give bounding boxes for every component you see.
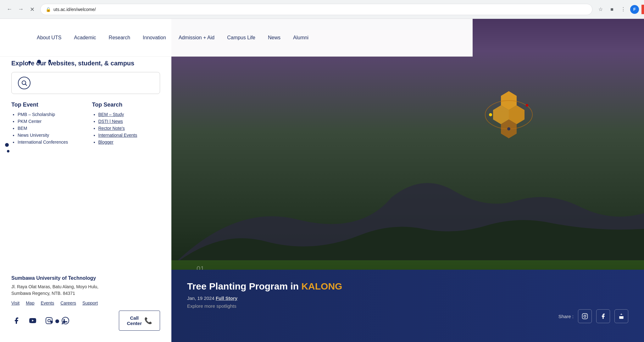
dot-2 <box>37 60 41 63</box>
top-event-section: Top Event PMB – Scholarship PKM Center B… <box>11 102 80 145</box>
top-event-title: Top Event <box>11 102 80 108</box>
svg-point-12 <box>526 104 528 107</box>
event-item-4: News University <box>18 133 80 138</box>
top-search-section: Top Search BEM – Study DSTI | News Recto… <box>92 102 160 145</box>
share-instagram-button[interactable] <box>578 309 592 323</box>
svg-point-4 <box>48 319 50 322</box>
caption-title-plain: Tree Planting Program in <box>187 281 301 291</box>
event-item-3: BEM <box>18 126 80 131</box>
menu-button[interactable]: ⋮ <box>619 5 628 14</box>
right-panel: 01 Tree Planting Program in KALONG Jan, … <box>171 19 644 342</box>
dot-3 <box>48 60 51 62</box>
call-center-label: CallCenter <box>127 315 142 326</box>
caption-title: Tree Planting Program in KALONG <box>187 281 628 292</box>
svg-point-13 <box>507 127 510 130</box>
footer-section: Sumbawa University of Technology Jl. Ray… <box>11 275 160 331</box>
dot-left-1 <box>5 143 9 147</box>
footer-visit[interactable]: Visit <box>11 301 19 306</box>
left-panel: Explore our websites, student, & campus … <box>0 19 171 342</box>
profile-button[interactable]: F <box>630 5 639 14</box>
top-search-title: Top Search <box>92 102 160 108</box>
share-facebook-button[interactable] <box>596 309 610 323</box>
svg-point-11 <box>489 113 492 116</box>
nav-news[interactable]: News <box>268 35 280 41</box>
red-indicator <box>641 5 644 14</box>
search-item-2[interactable]: DSTI | News <box>98 119 160 124</box>
dot-bottom-3 <box>63 321 65 323</box>
nav-admission[interactable]: Admission + Aid <box>179 35 214 41</box>
dot-left-2 <box>7 150 9 152</box>
footer-support[interactable]: Support <box>82 301 98 306</box>
event-item-1: PMB – Scholarship <box>18 112 80 117</box>
dot-bottom-2 <box>55 319 59 323</box>
forward-button[interactable]: → <box>16 5 25 14</box>
event-item-5: International Conferences <box>18 140 80 145</box>
youtube-icon[interactable] <box>28 316 38 326</box>
event-item-2: PKM Center <box>18 119 80 124</box>
top-sections: Top Event PMB – Scholarship PKM Center B… <box>11 102 160 145</box>
nav-about[interactable]: About UTS <box>37 35 61 41</box>
reload-button[interactable]: ✕ <box>28 5 36 14</box>
dot-1 <box>28 61 31 63</box>
svg-point-16 <box>586 315 587 315</box>
search-item-5[interactable]: Blogger <box>98 140 160 145</box>
nav-innovation[interactable]: Innovation <box>143 35 166 41</box>
svg-point-15 <box>584 315 586 317</box>
phone-icon: 📞 <box>144 317 152 324</box>
top-nav: UTS Universitas Teknologi Sumbawa About … <box>0 19 473 57</box>
decorative-dots-bottom <box>50 319 65 323</box>
share-label: Share : <box>558 314 574 319</box>
dot-cluster-2 <box>37 60 51 63</box>
footer-events[interactable]: Events <box>41 301 54 306</box>
footer-map[interactable]: Map <box>26 301 34 306</box>
browser-nav-buttons: ← → ✕ <box>5 5 36 14</box>
nav-academic[interactable]: Academic <box>74 35 96 41</box>
call-center-button[interactable]: CallCenter 📞 <box>119 311 160 331</box>
svg-line-1 <box>25 84 27 86</box>
mountain-silhouette <box>171 172 644 267</box>
share-other-button[interactable] <box>614 309 628 323</box>
nav-campus-life[interactable]: Campus Life <box>227 35 255 41</box>
full-story-link[interactable]: Full Story <box>216 295 237 301</box>
caption-date: Jan, 19 2024 Full Story <box>187 295 628 301</box>
extensions-button[interactable]: ■ <box>608 5 616 14</box>
footer-links: Visit Map Events Careers Support <box>11 301 160 306</box>
back-button[interactable]: ← <box>5 5 14 14</box>
honeycomb-overlay <box>480 82 537 138</box>
caption-explore: Explore more spotlights <box>187 303 628 309</box>
nav-alumni[interactable]: Alumni <box>293 35 308 41</box>
top-search-list: BEM – Study DSTI | News Rector Note's In… <box>92 112 160 145</box>
url-text: uts.ac.id/en/welcome/ <box>53 7 96 12</box>
search-box[interactable] <box>11 72 160 94</box>
nav-research[interactable]: Research <box>109 35 130 41</box>
dot-cluster-1 <box>28 60 31 63</box>
search-item-3[interactable]: Rector Note's <box>98 126 160 131</box>
browser-actions: ☆ ■ ⋮ F <box>596 5 639 14</box>
footer-row: CallCenter 📞 <box>11 311 160 331</box>
top-event-list: PMB – Scholarship PKM Center BEM News Un… <box>11 112 80 145</box>
facebook-icon[interactable] <box>11 316 21 326</box>
decorative-dots-top <box>28 60 51 63</box>
address-bar[interactable]: 🔒 uts.ac.id/en/welcome/ <box>40 4 592 15</box>
decorative-dots-left <box>5 143 9 152</box>
page-wrapper: UTS Universitas Teknologi Sumbawa About … <box>0 19 644 342</box>
search-item-1[interactable]: BEM – Study <box>98 112 160 117</box>
share-area: Share : <box>558 309 628 323</box>
browser-chrome: ← → ✕ 🔒 uts.ac.id/en/welcome/ ☆ ■ ⋮ F <box>0 0 644 19</box>
dot-bottom-1 <box>50 321 53 323</box>
lock-icon: 🔒 <box>46 7 51 12</box>
caption-bar: Tree Planting Program in KALONG Jan, 19 … <box>171 270 644 342</box>
footer-careers[interactable]: Careers <box>60 301 76 306</box>
bookmark-button[interactable]: ☆ <box>596 5 605 14</box>
caption-title-highlight: KALONG <box>301 281 342 291</box>
search-icon <box>18 77 31 89</box>
footer-org-name: Sumbawa University of Technology <box>11 275 160 281</box>
svg-rect-14 <box>582 314 588 319</box>
footer-address: Jl. Raya Olat Maras, Batu Alang, Moyo Hu… <box>11 284 160 297</box>
nav-links: About UTS Academic Research Innovation A… <box>0 35 460 41</box>
search-item-4[interactable]: International Events <box>98 133 160 138</box>
